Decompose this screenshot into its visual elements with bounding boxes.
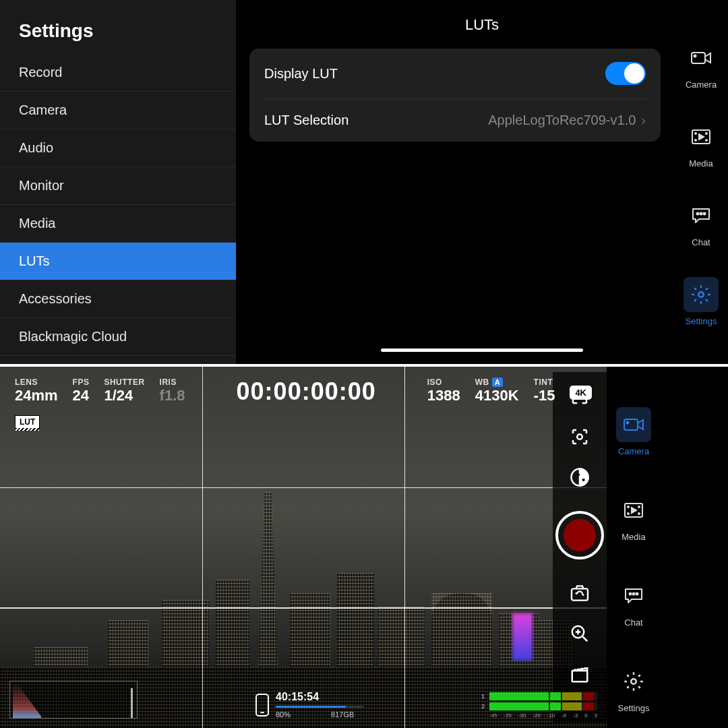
right-nav-bottom: CameraMediaChatSettings: [607, 367, 661, 728]
media-icon: [684, 119, 719, 154]
histogram[interactable]: [9, 681, 138, 719]
settings-title: Settings: [0, 13, 236, 54]
sidebar-item-media[interactable]: Media: [0, 205, 236, 243]
settings-sidebar: Settings RecordCameraAudioMonitorMediaLU…: [0, 0, 236, 364]
display-lut-row: Display LUT: [264, 49, 646, 99]
lens-block[interactable]: LENS 24mm: [15, 377, 58, 404]
sidebar-item-camera[interactable]: Camera: [0, 92, 236, 129]
switch-camera-icon[interactable]: [568, 581, 592, 605]
exposure-icon[interactable]: [568, 465, 592, 489]
info-bar: LENS 24mm FPS 24 SHUTTER 1/24 IRIS f1.8 …: [0, 367, 607, 417]
svg-point-26: [631, 679, 636, 684]
svg-point-21: [638, 506, 640, 508]
chat-icon: [616, 578, 651, 613]
nav-chat[interactable]: Chat: [616, 578, 651, 628]
chevron-right-icon: ›: [641, 113, 646, 128]
svg-point-7: [697, 213, 699, 215]
display-lut-toggle[interactable]: [605, 62, 646, 85]
settings-icon: [684, 277, 719, 312]
sidebar-item-record[interactable]: Record: [0, 54, 236, 92]
svg-point-4: [695, 140, 696, 141]
display-lut-label: Display LUT: [264, 66, 338, 82]
sidebar-item-audio[interactable]: Audio: [0, 129, 236, 167]
phone-icon: [255, 694, 269, 717]
right-nav-top: CameraMediaChatSettings: [674, 0, 728, 364]
nav-media[interactable]: Media: [616, 493, 651, 542]
svg-rect-0: [692, 53, 705, 63]
sidebar-item-monitor[interactable]: Monitor: [0, 167, 236, 205]
panel-title: LUTs: [249, 0, 715, 49]
nav-camera[interactable]: Camera: [616, 407, 651, 456]
zoom-icon[interactable]: [568, 621, 592, 646]
nav-chat[interactable]: Chat: [684, 198, 719, 247]
luts-panel: LUTs Display LUT LUT Selection AppleLogT…: [236, 0, 728, 364]
lut-badge[interactable]: LUT: [15, 415, 40, 429]
camera-icon: [616, 407, 651, 442]
nav-media[interactable]: Media: [684, 119, 719, 169]
svg-point-8: [700, 213, 702, 215]
svg-point-22: [638, 513, 640, 514]
svg-point-23: [630, 593, 632, 595]
svg-point-6: [706, 140, 707, 141]
timecode[interactable]: 00:00:00:00: [200, 377, 413, 406]
resolution-badge[interactable]: 4K: [570, 386, 592, 400]
svg-point-11: [577, 434, 582, 439]
lut-selection-label: LUT Selection: [264, 113, 348, 128]
iso-block[interactable]: ISO 1388: [427, 377, 460, 404]
camera-icon: [684, 40, 719, 75]
viewfinder[interactable]: LENS 24mm FPS 24 SHUTTER 1/24 IRIS f1.8 …: [0, 367, 607, 728]
svg-point-24: [633, 593, 635, 595]
record-button[interactable]: [555, 511, 604, 559]
wb-auto-badge: A: [492, 377, 503, 387]
svg-point-10: [698, 292, 704, 297]
focus-icon[interactable]: [568, 425, 592, 449]
audio-meters[interactable]: 1 2 -45-35-30-20-10-6-303: [481, 692, 597, 719]
svg-rect-15: [572, 671, 588, 681]
svg-point-19: [628, 506, 629, 508]
svg-point-1: [694, 55, 696, 57]
fps-block[interactable]: FPS 24: [73, 377, 90, 404]
lut-selection-row[interactable]: LUT Selection AppleLogToRec709-v1.0 ›: [264, 99, 646, 142]
wb-block[interactable]: WBA 4130K: [475, 377, 519, 404]
shutter-block[interactable]: SHUTTER 1/24: [104, 377, 144, 404]
nav-camera[interactable]: Camera: [684, 40, 719, 90]
chat-icon: [684, 198, 719, 233]
svg-point-3: [695, 133, 696, 134]
sidebar-item-accessories[interactable]: Accessories: [0, 280, 236, 318]
svg-point-9: [704, 213, 706, 215]
home-indicator[interactable]: [381, 348, 583, 352]
svg-rect-16: [624, 419, 638, 430]
svg-point-17: [627, 422, 629, 424]
scene-preview: [0, 367, 607, 728]
nav-settings[interactable]: Settings: [684, 277, 719, 326]
iris-block[interactable]: IRIS f1.8: [160, 377, 185, 404]
sidebar-item-blackmagic-cloud[interactable]: Blackmagic Cloud: [0, 318, 236, 356]
settings-icon: [616, 664, 651, 699]
svg-point-25: [636, 593, 638, 595]
sidebar-item-luts[interactable]: LUTs: [0, 243, 236, 280]
lut-selection-value: AppleLogToRec709-v1.0: [488, 113, 636, 128]
luts-card: Display LUT LUT Selection AppleLogToRec7…: [249, 49, 661, 142]
svg-point-20: [628, 513, 629, 514]
nav-settings[interactable]: Settings: [616, 664, 651, 713]
storage-indicator[interactable]: 40:15:54 80% 817GB: [255, 691, 363, 719]
tint-block[interactable]: TINT -15: [534, 377, 555, 404]
svg-rect-13: [572, 588, 588, 600]
media-icon: [616, 493, 651, 528]
tool-column: [553, 372, 607, 723]
svg-point-5: [706, 133, 707, 134]
